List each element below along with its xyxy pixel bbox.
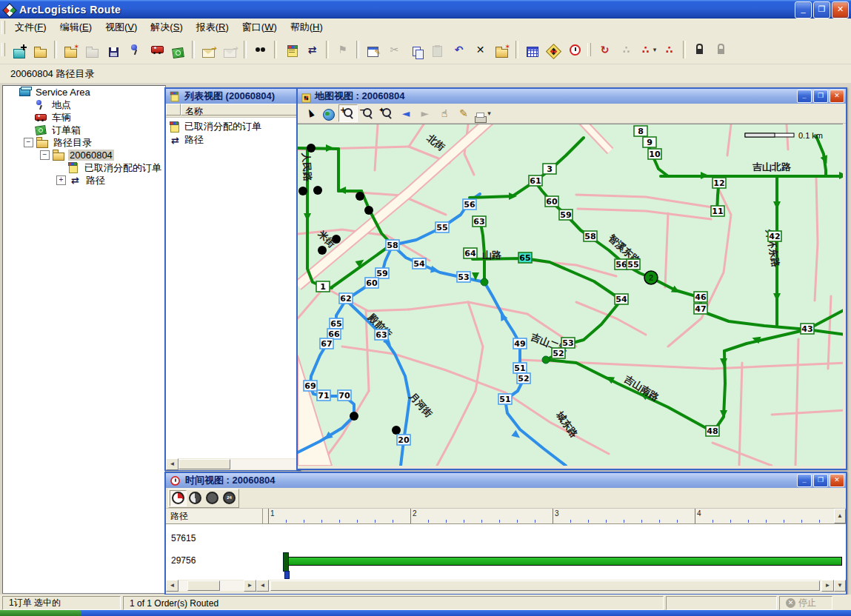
stop-marker-53[interactable]: 53 [457, 272, 470, 282]
stop-marker-52[interactable]: 52 [552, 348, 565, 358]
zoom-in-button[interactable]: + [338, 104, 358, 122]
map-canvas[interactable]: 北街人民路米街山路吉山北路外环东路智溪东路吉山南路吉山二路城东路月河街殿前街13… [298, 124, 843, 466]
stop-marker-8[interactable]: 8 [634, 126, 647, 136]
timeline-scroll-down-button[interactable]: ▼ [834, 580, 846, 592]
locations-button[interactable] [124, 39, 146, 61]
expand-icon[interactable]: + [56, 175, 66, 185]
stop-marker-70[interactable]: 70 [338, 390, 351, 401]
stop-marker-64[interactable]: 64 [464, 248, 477, 258]
stop-marker-20[interactable]: 20 [397, 435, 410, 445]
tree-item-路径目录[interactable]: −路径目录 [3, 136, 165, 149]
stop-marker-49[interactable]: 49 [513, 338, 527, 349]
route-row-label[interactable]: 29756 [171, 555, 196, 566]
stop-marker-53[interactable]: 53 [561, 338, 575, 348]
stop-button[interactable]: ✕ 停止 [779, 596, 832, 610]
stop-marker-58[interactable]: 58 [386, 240, 399, 250]
stop-marker-55[interactable]: 55 [627, 259, 640, 270]
scroll-thumb[interactable] [178, 459, 230, 469]
half-day-view-button[interactable] [187, 490, 204, 506]
tree-item-地点[interactable]: 地点 [3, 98, 165, 111]
undo-button[interactable]: ↶ [448, 39, 470, 61]
map-close-button[interactable]: ✕ [830, 90, 844, 103]
name-scroll-left[interactable]: ◄ [166, 580, 178, 592]
stop-marker-10[interactable]: 10 [648, 149, 661, 159]
row-selector-header[interactable] [166, 104, 181, 116]
stop-marker-63[interactable]: 63 [473, 216, 486, 227]
stop-marker-52[interactable]: 52 [517, 373, 530, 384]
toolbar-grip[interactable] [1, 43, 5, 56]
map-maximize-button[interactable]: ❐ [813, 90, 828, 103]
tree-item-20060804[interactable]: −20060804 [3, 149, 165, 161]
tree-item-Service Area[interactable]: Service Area [3, 86, 165, 98]
reassign-button[interactable]: ∴ [658, 39, 680, 61]
tree-item-已取消分配的订单[interactable]: 已取消分配的订单 [3, 161, 165, 174]
map-view-button[interactable] [543, 39, 564, 61]
move-to-folder-button[interactable] [491, 39, 513, 61]
stop-marker-42[interactable]: 42 [768, 231, 781, 241]
name-scroll-right[interactable]: ► [244, 580, 256, 592]
day-24-view-button[interactable]: 24 [221, 490, 238, 506]
stop-marker-62[interactable]: 62 [339, 293, 353, 304]
collapse-icon[interactable]: − [40, 150, 50, 160]
vehicles-button[interactable] [146, 39, 167, 61]
save-button[interactable] [103, 39, 124, 61]
import-orders-button[interactable] [198, 39, 219, 61]
scroll-left-button[interactable]: ◄ [166, 458, 178, 470]
unassigned-order-dot[interactable] [364, 206, 373, 215]
stop-marker-60[interactable]: 60 [545, 196, 558, 207]
print-dropdown-caret-icon[interactable]: ▾ [487, 110, 491, 117]
stop-marker-61[interactable]: 61 [529, 175, 542, 186]
unassigned-order-dot[interactable] [313, 186, 322, 195]
find-button[interactable] [250, 39, 271, 61]
stop-marker-69[interactable]: 69 [304, 381, 317, 391]
map-minimize-button[interactable]: _ [797, 90, 812, 103]
taskbar[interactable] [0, 610, 851, 616]
quarter-day-view-button[interactable] [170, 490, 187, 506]
print-button[interactable]: ▾ [473, 104, 493, 122]
stop-marker-63[interactable]: 63 [375, 329, 388, 340]
tree-item-路径[interactable]: +⇄路径 [3, 174, 165, 187]
unassigned-order-dot[interactable] [392, 426, 401, 435]
unassigned-order-dot[interactable] [356, 192, 364, 201]
build-routes-button[interactable]: ∴▾ [637, 39, 658, 61]
route-row-label[interactable]: 57615 [171, 533, 196, 543]
stop-marker-46[interactable]: 46 [694, 292, 707, 302]
time-close-button[interactable]: ✕ [830, 474, 844, 487]
toolbar-grip[interactable] [587, 43, 591, 56]
stop-marker-59[interactable]: 59 [559, 210, 573, 220]
stop-marker-65[interactable]: 65 [330, 318, 343, 329]
gantt-scroll-left[interactable]: ◄ [256, 580, 269, 592]
order-box-button[interactable] [167, 39, 189, 61]
time-view-title-bar[interactable]: 时间视图 : 20060804 _ ❐ ✕ [166, 473, 846, 488]
gantt-scroll-thumb[interactable] [270, 580, 820, 591]
stop-marker-48[interactable]: 48 [706, 426, 719, 436]
copy-button[interactable] [405, 39, 427, 61]
order-list-button[interactable] [280, 39, 301, 61]
menu-W[interactable]: 窗口(W) [236, 19, 284, 36]
stop-marker-51[interactable]: 51 [498, 394, 512, 404]
select-tool-button[interactable]: ► [300, 104, 319, 122]
routes-button[interactable]: ⇄ [301, 39, 323, 61]
solve-button[interactable]: ↻ [594, 39, 615, 61]
start-button[interactable] [0, 610, 81, 616]
stop-marker-54[interactable]: 54 [413, 258, 426, 269]
stop-marker-66[interactable]: 66 [327, 329, 341, 339]
menu-H[interactable]: 帮助(H) [284, 19, 330, 36]
route-gantt-bar[interactable] [284, 557, 842, 566]
new-project-button[interactable] [8, 39, 30, 61]
menu-V[interactable]: 视图(V) [99, 19, 144, 36]
stop-marker-9[interactable]: 9 [643, 137, 656, 147]
menu-S[interactable]: 解决(S) [144, 19, 189, 36]
depot-marker[interactable]: 2 [644, 271, 658, 284]
back-button[interactable]: ◄ [396, 104, 416, 122]
stop-marker-12[interactable]: 12 [712, 178, 726, 188]
stop-marker-47[interactable]: 47 [694, 304, 707, 314]
list-view-title-bar[interactable]: 列表视图 (20060804) [166, 89, 299, 104]
stop-marker-59[interactable]: 59 [376, 268, 389, 278]
zoom-selected-button[interactable]: ✦ [377, 104, 396, 122]
pan-button[interactable]: ☝ [435, 104, 454, 122]
list-horizontal-scrollbar[interactable]: ◄ [166, 458, 299, 470]
properties-button[interactable] [362, 39, 384, 61]
stop-marker-1[interactable]: 1 [316, 281, 330, 292]
zoom-out-button[interactable]: − [358, 104, 377, 122]
